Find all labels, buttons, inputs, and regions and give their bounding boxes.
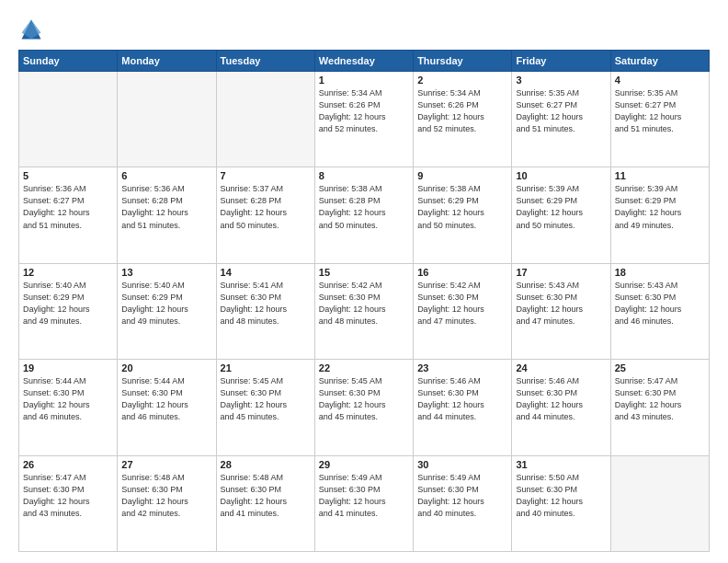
calendar-cell: 2Sunrise: 5:34 AM Sunset: 6:26 PM Daylig… xyxy=(414,72,512,167)
day-number: 27 xyxy=(121,459,211,470)
day-info: Sunrise: 5:44 AM Sunset: 6:30 PM Dayligh… xyxy=(23,375,113,423)
calendar-cell: 4Sunrise: 5:35 AM Sunset: 6:27 PM Daylig… xyxy=(610,72,709,167)
day-number: 17 xyxy=(516,267,606,278)
day-number: 6 xyxy=(121,170,211,181)
header xyxy=(18,17,710,42)
day-info: Sunrise: 5:48 AM Sunset: 6:30 PM Dayligh… xyxy=(221,472,311,520)
calendar-cell: 6Sunrise: 5:36 AM Sunset: 6:28 PM Daylig… xyxy=(118,167,216,263)
calendar-cell: 24Sunrise: 5:46 AM Sunset: 6:30 PM Dayli… xyxy=(512,360,610,455)
day-info: Sunrise: 5:42 AM Sunset: 6:30 PM Dayligh… xyxy=(417,280,507,327)
calendar-week-5: 26Sunrise: 5:47 AM Sunset: 6:30 PM Dayli… xyxy=(19,455,710,551)
day-info: Sunrise: 5:39 AM Sunset: 6:29 PM Dayligh… xyxy=(615,183,705,231)
calendar-cell: 26Sunrise: 5:47 AM Sunset: 6:30 PM Dayli… xyxy=(19,455,118,551)
calendar-cell: 27Sunrise: 5:48 AM Sunset: 6:30 PM Dayli… xyxy=(118,455,216,551)
day-info: Sunrise: 5:36 AM Sunset: 6:28 PM Dayligh… xyxy=(121,183,211,231)
calendar-cell: 30Sunrise: 5:49 AM Sunset: 6:30 PM Dayli… xyxy=(414,455,512,551)
calendar-table: SundayMondayTuesdayWednesdayThursdayFrid… xyxy=(18,50,710,552)
calendar-cell: 13Sunrise: 5:40 AM Sunset: 6:29 PM Dayli… xyxy=(118,263,216,359)
day-info: Sunrise: 5:45 AM Sunset: 6:30 PM Dayligh… xyxy=(319,375,409,423)
day-info: Sunrise: 5:41 AM Sunset: 6:30 PM Dayligh… xyxy=(221,280,311,327)
day-number: 11 xyxy=(615,170,705,181)
day-info: Sunrise: 5:47 AM Sunset: 6:30 PM Dayligh… xyxy=(23,472,113,520)
calendar-cell xyxy=(118,72,216,167)
weekday-header-saturday: Saturday xyxy=(610,51,709,72)
day-info: Sunrise: 5:34 AM Sunset: 6:26 PM Dayligh… xyxy=(319,87,409,135)
weekday-header-row: SundayMondayTuesdayWednesdayThursdayFrid… xyxy=(19,51,710,72)
day-number: 9 xyxy=(417,170,507,181)
day-number: 20 xyxy=(121,362,211,373)
day-info: Sunrise: 5:42 AM Sunset: 6:30 PM Dayligh… xyxy=(319,280,409,327)
calendar-cell: 18Sunrise: 5:43 AM Sunset: 6:30 PM Dayli… xyxy=(610,263,709,359)
day-info: Sunrise: 5:43 AM Sunset: 6:30 PM Dayligh… xyxy=(516,280,606,327)
day-number: 31 xyxy=(516,459,606,470)
day-number: 26 xyxy=(23,459,113,470)
calendar-cell: 28Sunrise: 5:48 AM Sunset: 6:30 PM Dayli… xyxy=(216,455,314,551)
day-info: Sunrise: 5:46 AM Sunset: 6:30 PM Dayligh… xyxy=(516,375,606,423)
day-number: 16 xyxy=(417,267,507,278)
calendar-cell: 25Sunrise: 5:47 AM Sunset: 6:30 PM Dayli… xyxy=(610,360,709,455)
day-number: 13 xyxy=(121,267,211,278)
day-number: 14 xyxy=(221,267,311,278)
day-number: 10 xyxy=(516,170,606,181)
calendar-cell: 15Sunrise: 5:42 AM Sunset: 6:30 PM Dayli… xyxy=(314,263,413,359)
calendar-cell: 31Sunrise: 5:50 AM Sunset: 6:30 PM Dayli… xyxy=(512,455,610,551)
calendar-cell: 22Sunrise: 5:45 AM Sunset: 6:30 PM Dayli… xyxy=(314,360,413,455)
day-info: Sunrise: 5:49 AM Sunset: 6:30 PM Dayligh… xyxy=(417,472,507,520)
calendar-cell xyxy=(610,455,709,551)
weekday-header-sunday: Sunday xyxy=(19,51,118,72)
day-number: 5 xyxy=(23,170,113,181)
calendar-week-4: 19Sunrise: 5:44 AM Sunset: 6:30 PM Dayli… xyxy=(19,360,710,455)
calendar-cell: 17Sunrise: 5:43 AM Sunset: 6:30 PM Dayli… xyxy=(512,263,610,359)
day-info: Sunrise: 5:46 AM Sunset: 6:30 PM Dayligh… xyxy=(417,375,507,423)
calendar-cell: 12Sunrise: 5:40 AM Sunset: 6:29 PM Dayli… xyxy=(19,263,118,359)
day-info: Sunrise: 5:34 AM Sunset: 6:26 PM Dayligh… xyxy=(417,87,507,135)
weekday-header-wednesday: Wednesday xyxy=(314,51,413,72)
calendar-cell xyxy=(19,72,118,167)
weekday-header-monday: Monday xyxy=(118,51,216,72)
calendar-cell: 23Sunrise: 5:46 AM Sunset: 6:30 PM Dayli… xyxy=(414,360,512,455)
day-number: 19 xyxy=(23,362,113,373)
day-number: 21 xyxy=(221,362,311,373)
weekday-header-friday: Friday xyxy=(512,51,610,72)
day-info: Sunrise: 5:40 AM Sunset: 6:29 PM Dayligh… xyxy=(23,280,113,327)
calendar-week-1: 1Sunrise: 5:34 AM Sunset: 6:26 PM Daylig… xyxy=(19,72,710,167)
day-number: 25 xyxy=(615,362,705,373)
calendar-cell xyxy=(216,72,314,167)
calendar-cell: 3Sunrise: 5:35 AM Sunset: 6:27 PM Daylig… xyxy=(512,72,610,167)
day-info: Sunrise: 5:44 AM Sunset: 6:30 PM Dayligh… xyxy=(121,375,211,423)
day-number: 12 xyxy=(23,267,113,278)
calendar-cell: 8Sunrise: 5:38 AM Sunset: 6:28 PM Daylig… xyxy=(314,167,413,263)
day-number: 3 xyxy=(516,75,606,86)
calendar-cell: 21Sunrise: 5:45 AM Sunset: 6:30 PM Dayli… xyxy=(216,360,314,455)
day-info: Sunrise: 5:45 AM Sunset: 6:30 PM Dayligh… xyxy=(221,375,311,423)
day-info: Sunrise: 5:36 AM Sunset: 6:27 PM Dayligh… xyxy=(23,183,113,231)
calendar-cell: 5Sunrise: 5:36 AM Sunset: 6:27 PM Daylig… xyxy=(19,167,118,263)
calendar-cell: 10Sunrise: 5:39 AM Sunset: 6:29 PM Dayli… xyxy=(512,167,610,263)
calendar-cell: 1Sunrise: 5:34 AM Sunset: 6:26 PM Daylig… xyxy=(314,72,413,167)
day-number: 7 xyxy=(221,170,311,181)
day-number: 28 xyxy=(221,459,311,470)
day-info: Sunrise: 5:37 AM Sunset: 6:28 PM Dayligh… xyxy=(221,183,311,231)
day-number: 1 xyxy=(319,75,409,86)
calendar-cell: 9Sunrise: 5:38 AM Sunset: 6:29 PM Daylig… xyxy=(414,167,512,263)
day-number: 22 xyxy=(319,362,409,373)
logo xyxy=(18,17,48,42)
day-info: Sunrise: 5:38 AM Sunset: 6:29 PM Dayligh… xyxy=(417,183,507,231)
logo-icon xyxy=(18,17,44,42)
day-number: 4 xyxy=(615,75,705,86)
day-info: Sunrise: 5:49 AM Sunset: 6:30 PM Dayligh… xyxy=(319,472,409,520)
calendar-cell: 29Sunrise: 5:49 AM Sunset: 6:30 PM Dayli… xyxy=(314,455,413,551)
day-number: 8 xyxy=(319,170,409,181)
calendar-cell: 7Sunrise: 5:37 AM Sunset: 6:28 PM Daylig… xyxy=(216,167,314,263)
day-info: Sunrise: 5:47 AM Sunset: 6:30 PM Dayligh… xyxy=(615,375,705,423)
calendar-cell: 20Sunrise: 5:44 AM Sunset: 6:30 PM Dayli… xyxy=(118,360,216,455)
day-info: Sunrise: 5:35 AM Sunset: 6:27 PM Dayligh… xyxy=(516,87,606,135)
day-number: 24 xyxy=(516,362,606,373)
calendar-cell: 14Sunrise: 5:41 AM Sunset: 6:30 PM Dayli… xyxy=(216,263,314,359)
weekday-header-thursday: Thursday xyxy=(414,51,512,72)
day-number: 15 xyxy=(319,267,409,278)
day-info: Sunrise: 5:40 AM Sunset: 6:29 PM Dayligh… xyxy=(121,280,211,327)
day-number: 30 xyxy=(417,459,507,470)
day-number: 2 xyxy=(417,75,507,86)
calendar-cell: 19Sunrise: 5:44 AM Sunset: 6:30 PM Dayli… xyxy=(19,360,118,455)
